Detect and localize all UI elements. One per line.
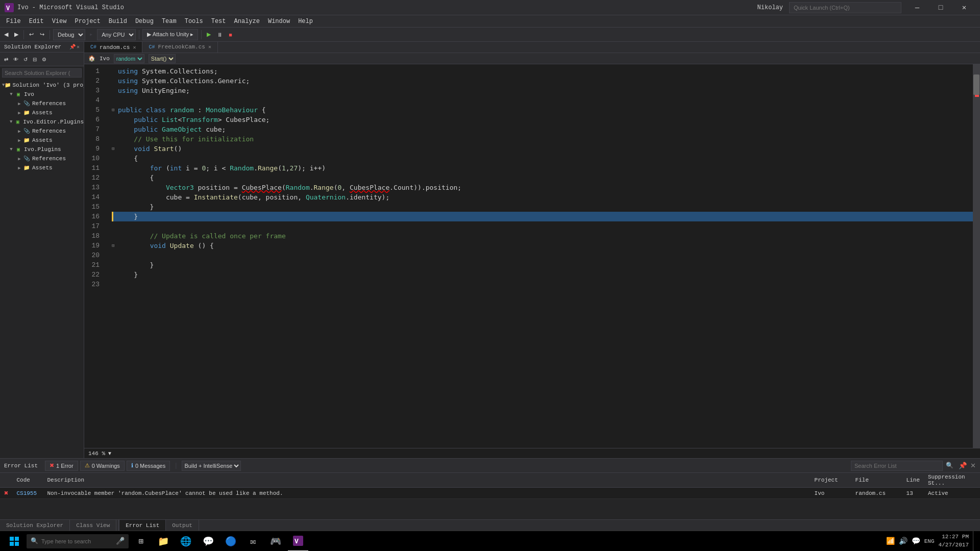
btm-tab-output[interactable]: Output	[166, 520, 199, 531]
menu-tools[interactable]: Tools	[181, 15, 207, 28]
start-button[interactable]	[4, 531, 24, 552]
taskview-button[interactable]: ⊞	[131, 531, 151, 552]
platform-dropdown[interactable]: Any CPU	[97, 29, 136, 40]
tree-ivo-editor-assets[interactable]: ▶ 📁 Assets	[0, 136, 84, 145]
col-header-project[interactable]: Project	[811, 473, 851, 488]
taskbar-chrome[interactable]: 🔵	[220, 531, 241, 552]
btm-tab-error-list[interactable]: Error List	[119, 520, 166, 531]
tree-ivo-references[interactable]: ▶ 📎 References	[0, 99, 84, 108]
se-sync-btn[interactable]: ⇄	[2, 54, 10, 65]
tab-freelookcam-cs[interactable]: C# FreeLookCam.cs ✕	[142, 42, 217, 53]
solution-label: Solution 'Ivo' (3 projects)	[12, 82, 84, 88]
taskbar-action-center[interactable]: 💬	[912, 537, 920, 545]
tree-ivo-editor-references[interactable]: ▶ 📎 References	[0, 127, 84, 136]
menu-analyze[interactable]: Analyze	[230, 15, 264, 28]
error-list-close[interactable]: ✕	[970, 462, 976, 469]
tree-ivo-plugins-assets[interactable]: ▶ 📁 Assets	[0, 163, 84, 172]
toolbar-forward[interactable]: ▶	[12, 29, 20, 40]
close-button[interactable]: ✕	[952, 0, 976, 15]
taskbar-show-desktop[interactable]	[973, 531, 976, 552]
error-filter-icon: ✖	[50, 462, 54, 469]
error-search-input[interactable]	[851, 461, 943, 471]
se-props-btn[interactable]: ⚙	[40, 54, 48, 65]
error-list-pin[interactable]: 📌	[959, 462, 967, 469]
tab-random-cs[interactable]: C# random.cs ✕	[84, 42, 142, 53]
se-refresh-btn[interactable]: ↺	[21, 54, 30, 65]
menu-build[interactable]: Build	[105, 15, 131, 28]
toolbar-pause[interactable]: ⏸	[215, 29, 225, 40]
menu-debug[interactable]: Debug	[131, 15, 158, 28]
taskbar-skype[interactable]: 💬	[198, 531, 218, 552]
tree-solution[interactable]: ▼ 📁 Solution 'Ivo' (3 projects)	[0, 81, 84, 90]
toolbar-back[interactable]: ◀	[2, 29, 10, 40]
taskbar-cortana-icon[interactable]: 🎤	[116, 537, 125, 545]
tree-project-ivo-editor[interactable]: ▼ ▣ Ivo.Editor.Plugins	[0, 117, 84, 127]
menu-project[interactable]: Project	[70, 15, 104, 28]
code-content[interactable]: using System.Collections; using System.C…	[108, 64, 973, 448]
col-header-suppression[interactable]: Suppression St...	[924, 473, 980, 488]
tree-project-ivo-plugins[interactable]: ▼ ▣ Ivo.Plugins	[0, 145, 84, 154]
taskbar-unity[interactable]: 🎮	[265, 531, 286, 552]
tree-project-ivo[interactable]: ▼ ▣ Ivo	[0, 90, 84, 99]
tree-ivo-plugins-references[interactable]: ▶ 📎 References	[0, 154, 84, 163]
col-header-desc[interactable]: Description	[43, 473, 810, 488]
config-dropdown[interactable]: Debug	[53, 29, 85, 40]
ivo-editor-assets-label: Assets	[32, 137, 53, 143]
menu-file[interactable]: File	[2, 15, 25, 28]
fold-9[interactable]: ⊟	[112, 144, 118, 154]
se-show-all-btn[interactable]: 👁	[11, 54, 20, 65]
menu-view[interactable]: View	[48, 15, 71, 28]
build-filter-dropdown[interactable]: Build + IntelliSense	[182, 461, 241, 471]
fold-5[interactable]: ⊟	[112, 105, 118, 115]
toolbar-redo[interactable]: ↪	[38, 29, 46, 40]
toolbar-stop[interactable]: ■	[227, 29, 234, 40]
menu-team[interactable]: Team	[158, 15, 181, 28]
nav-class-dropdown[interactable]: random	[114, 54, 144, 63]
btm-tab-class-view[interactable]: Class View	[70, 520, 116, 531]
nav-method-dropdown[interactable]: Start()	[149, 54, 176, 63]
maximize-button[interactable]: □	[929, 0, 952, 15]
taskbar-search-input[interactable]	[41, 538, 113, 544]
warning-filter-icon: ⚠	[85, 462, 90, 469]
col-header-code[interactable]: Code	[12, 473, 43, 488]
minimize-button[interactable]: —	[905, 0, 929, 15]
quick-launch-input[interactable]	[789, 2, 901, 13]
toolbar-undo[interactable]: ↩	[27, 29, 36, 40]
tree-ivo-assets[interactable]: ▶ 📁 Assets	[0, 108, 84, 117]
toolbar-play[interactable]: ▶	[205, 29, 213, 40]
zoom-dropdown[interactable]: ▼	[107, 450, 112, 456]
col-header-line[interactable]: Line	[902, 473, 924, 488]
error-filter-btn[interactable]: ✖ 1 Error	[45, 461, 78, 471]
taskbar-mail[interactable]: ✉	[243, 531, 263, 552]
btm-tab-solution-explorer[interactable]: Solution Explorer	[0, 520, 70, 531]
menu-window[interactable]: Window	[264, 15, 294, 28]
tab-freelookcam-close[interactable]: ✕	[208, 44, 211, 50]
taskbar-vs[interactable]: V	[288, 531, 308, 552]
menu-test[interactable]: Test	[207, 15, 230, 28]
ivo-assets-icon: 📁	[22, 109, 31, 117]
search-solution-explorer-input[interactable]	[2, 68, 82, 78]
se-close[interactable]: ✕	[77, 44, 80, 50]
attach-to-unity-button[interactable]: ▶ Attach to Unity ▸	[142, 29, 198, 40]
menu-edit[interactable]: Edit	[25, 15, 48, 28]
warning-filter-btn[interactable]: ⚠ 0 Warnings	[80, 461, 125, 471]
tab-random-cs-close[interactable]: ✕	[133, 44, 136, 51]
taskbar-right: 📶 🔊 💬 ENG 12:27 PM 4/27/2017	[886, 531, 976, 552]
col-header-file[interactable]: File	[851, 473, 902, 488]
editor-scrollbar[interactable]	[973, 64, 980, 448]
menu-help[interactable]: Help	[294, 15, 317, 28]
message-filter-btn[interactable]: ℹ 0 Messages	[127, 461, 170, 471]
taskbar-ie[interactable]: 🌐	[176, 531, 196, 552]
error-table: Code Description Project File Line Suppr…	[0, 473, 980, 499]
taskbar-network: 📶	[886, 537, 895, 545]
taskbar-file-explorer[interactable]: 📁	[153, 531, 174, 552]
code-line-14: cube = Instantiate(cube, position, Quate…	[112, 192, 973, 202]
error-row-1[interactable]: ✖ CS1955 Non-invocable member 'random.Cu…	[0, 488, 980, 499]
se-collapse-btn[interactable]: ⊟	[31, 54, 39, 65]
svg-text:V: V	[6, 5, 10, 12]
ivo-editor-expand: ▼	[8, 119, 14, 124]
se-pin[interactable]: 📌	[69, 44, 76, 50]
message-filter-icon: ℹ	[131, 462, 133, 469]
scroll-thumb[interactable]	[973, 74, 979, 95]
fold-19[interactable]: ⊟	[112, 241, 118, 251]
